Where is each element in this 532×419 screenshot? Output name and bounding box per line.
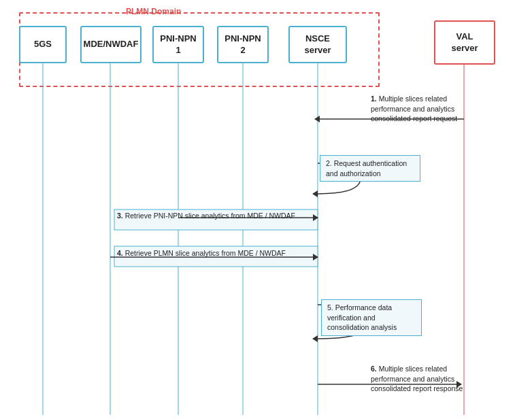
- actor-mde-nwdaf: MDE/NWDAF: [80, 26, 142, 63]
- svg-marker-15: [312, 335, 318, 342]
- actor-nsce-server: NSCEserver: [288, 26, 347, 63]
- msg4-num: 4.: [117, 249, 125, 257]
- msg5-num: 5.: [327, 303, 335, 312]
- actor-pni-npn1: PNI-NPN1: [152, 26, 204, 63]
- msg2-num: 2.: [326, 159, 334, 167]
- msg1-label: 1. Multiple slices relatedperformance an…: [371, 94, 469, 124]
- msg6-text: Multiple slices relatedperformance and a…: [371, 365, 463, 392]
- actor-5gs: 5GS: [19, 26, 67, 63]
- plmn-label: PLMN Domain: [126, 7, 181, 16]
- msg5-box: 5. Performance dataverification andconso…: [321, 299, 422, 336]
- msg5-text: Performance dataverification andconsolid…: [327, 303, 397, 331]
- actor-pni-npn2: PNI-NPN2: [217, 26, 269, 63]
- svg-marker-7: [314, 116, 320, 122]
- msg1-num: 1.: [371, 95, 379, 103]
- msg4-text: Retrieve PLMN slice analytics from MDE /…: [125, 249, 286, 257]
- svg-marker-8: [312, 190, 318, 197]
- msg2-box: 2. Request authenticationand authorizati…: [320, 155, 420, 182]
- msg4-label: 4. Retrieve PLMN slice analytics from MD…: [117, 249, 314, 257]
- msg3-num: 3.: [117, 212, 125, 220]
- sequence-diagram: PLMN Domain: [0, 0, 532, 419]
- actor-val-server: VALserver: [434, 20, 495, 65]
- msg1-text: Multiple slices relatedperformance and a…: [371, 95, 457, 122]
- msg2-text: Request authenticationand authorization: [326, 159, 407, 178]
- msg6-label: 6. Multiple slices relatedperformance an…: [371, 364, 476, 394]
- msg3-label: 3. Retrieve PNI-NPN slice analytics from…: [117, 212, 314, 220]
- msg3-text: Retrieve PNI-NPN slice analytics from MD…: [125, 212, 295, 220]
- msg6-num: 6.: [371, 365, 379, 373]
